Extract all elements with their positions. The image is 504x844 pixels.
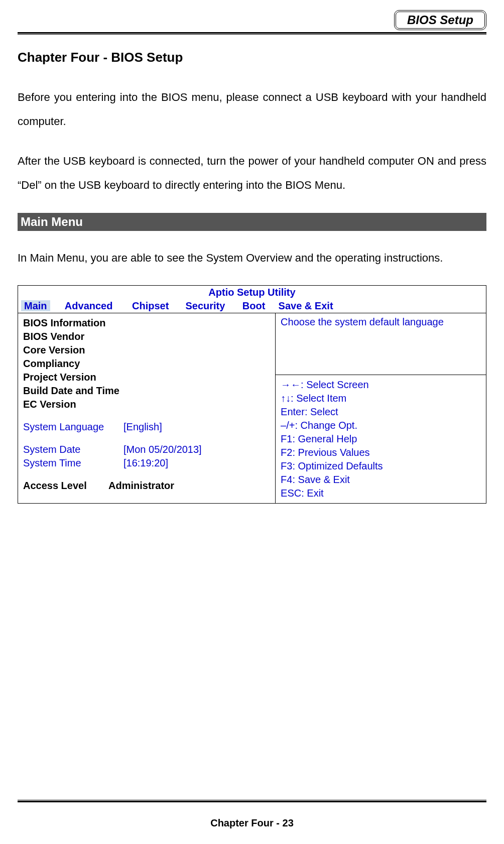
- system-date-label: System Date: [23, 443, 123, 456]
- access-level-label: Access Level: [23, 479, 108, 493]
- system-time-value: [16:19:20]: [123, 456, 168, 470]
- content-row-top: BIOS Information BIOS Vendor Core Versio…: [18, 313, 486, 375]
- access-level-value: Administrator: [108, 479, 174, 493]
- bios-info-heading: BIOS Information: [23, 316, 270, 330]
- footer-text: Chapter Four - 23: [18, 817, 486, 829]
- key-hint: F3: Optimized Defaults: [281, 459, 481, 473]
- tab-advanced: Advanced: [62, 299, 129, 313]
- bios-utility-table: Aptio Setup Utility Main Advanced Chipse…: [18, 285, 486, 504]
- intro-paragraph-1: Before you entering into the BIOS menu, …: [18, 85, 486, 134]
- system-language-value: [English]: [123, 420, 162, 434]
- key-hint: –/+: Change Opt.: [281, 419, 481, 432]
- tab-main: Main: [18, 299, 62, 313]
- system-date-value: [Mon 05/20/2013]: [123, 443, 202, 456]
- header-row: BIOS Setup: [18, 10, 486, 30]
- key-hint: F4: Save & Exit: [281, 473, 481, 487]
- section-intro: In Main Menu, you are able to see the Sy…: [18, 246, 486, 270]
- key-hint: Enter: Select: [281, 405, 481, 419]
- footer: Chapter Four - 23: [18, 800, 486, 829]
- bios-help-pane: Choose the system default language: [276, 313, 486, 375]
- key-hint: F1: General Help: [281, 432, 481, 446]
- tab-row: Main Advanced Chipset Security Boot Save…: [18, 299, 486, 313]
- bios-info-row: Core Version: [23, 343, 270, 357]
- footer-rule: [18, 800, 486, 802]
- tab-security: Security: [182, 299, 239, 313]
- bios-info-row: Compliancy: [23, 357, 270, 371]
- bios-info-row: Project Version: [23, 371, 270, 384]
- page: BIOS Setup Chapter Four - BIOS Setup Bef…: [0, 0, 504, 844]
- system-time-label: System Time: [23, 456, 123, 470]
- bios-info-row: Build Date and Time: [23, 384, 270, 398]
- system-language-row: System Language [English]: [23, 420, 270, 434]
- spacer: [23, 434, 270, 443]
- tab-save-exit: Save & Exit: [276, 299, 486, 313]
- spacer: [23, 411, 270, 420]
- system-date-row: System Date [Mon 05/20/2013]: [23, 443, 270, 456]
- header-badge: BIOS Setup: [394, 10, 486, 30]
- key-hint: F2: Previous Values: [281, 446, 481, 459]
- tab-chipset: Chipset: [129, 299, 182, 313]
- system-time-row: System Time [16:19:20]: [23, 456, 270, 470]
- utility-title: Aptio Setup Utility: [18, 285, 486, 299]
- access-level-row: Access Level Administrator: [23, 479, 270, 493]
- tab-boot: Boot: [239, 299, 276, 313]
- chapter-title: Chapter Four - BIOS Setup: [18, 50, 486, 65]
- header-rule: [18, 32, 486, 35]
- bios-keys-pane: →←: Select Screen ↑↓: Select Item Enter:…: [276, 375, 486, 503]
- spacer: [23, 470, 270, 479]
- key-hint: →←: Select Screen: [281, 378, 481, 392]
- key-hint: ↑↓: Select Item: [281, 392, 481, 405]
- section-heading-main-menu: Main Menu: [18, 213, 486, 231]
- intro-paragraph-2: After the USB keyboard is connected, tur…: [18, 149, 486, 198]
- key-hint: ESC: Exit: [281, 487, 481, 500]
- system-language-label: System Language: [23, 420, 123, 434]
- bios-left-pane: BIOS Information BIOS Vendor Core Versio…: [18, 313, 276, 503]
- bios-info-row: EC Version: [23, 398, 270, 411]
- bios-info-row: BIOS Vendor: [23, 330, 270, 343]
- utility-title-row: Aptio Setup Utility: [18, 285, 486, 299]
